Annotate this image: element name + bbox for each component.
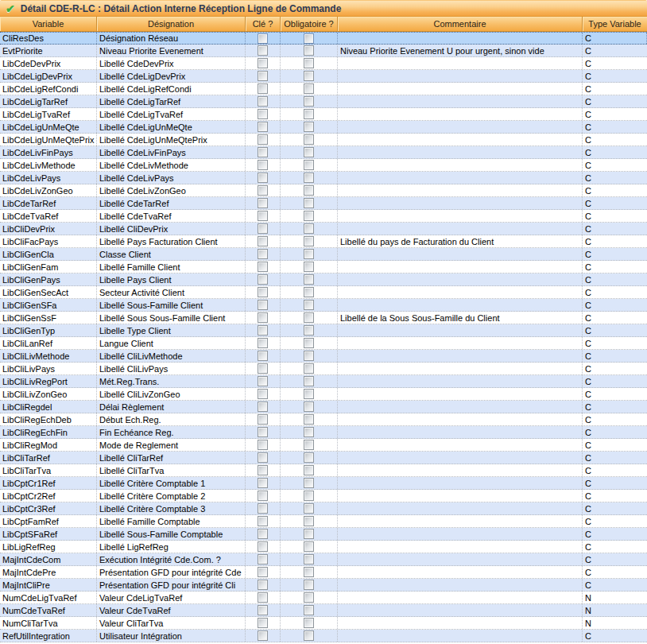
cle-checkbox[interactable]	[258, 351, 268, 361]
table-row[interactable]: LibCliTarTvaLibellé CliTarTvaC	[0, 464, 647, 477]
cle-checkbox[interactable]	[258, 300, 268, 310]
obligatoire-checkbox[interactable]	[304, 71, 314, 81]
obligatoire-checkbox[interactable]	[304, 414, 314, 425]
obligatoire-checkbox[interactable]	[304, 465, 314, 475]
obligatoire-checkbox[interactable]	[304, 427, 314, 437]
table-row[interactable]: RefUtilIntegrationUtilisateur Intégratio…	[0, 630, 647, 642]
obligatoire-checkbox[interactable]	[304, 211, 314, 221]
column-header-cle[interactable]: Clé ?	[246, 17, 281, 31]
obligatoire-checkbox[interactable]	[304, 160, 314, 170]
table-row[interactable]: LibCdeLivPaysLibellé CdeLivPaysC	[0, 172, 647, 184]
cle-checkbox[interactable]	[258, 516, 268, 526]
cle-checkbox[interactable]	[258, 529, 268, 539]
obligatoire-checkbox[interactable]	[304, 312, 314, 323]
cle-checkbox[interactable]	[258, 592, 268, 603]
obligatoire-checkbox[interactable]	[304, 287, 314, 297]
obligatoire-checkbox[interactable]	[304, 554, 314, 564]
cle-checkbox[interactable]	[258, 452, 268, 463]
cle-checkbox[interactable]	[258, 223, 268, 234]
cle-checkbox[interactable]	[258, 33, 268, 44]
obligatoire-checkbox[interactable]	[304, 580, 314, 590]
cle-checkbox[interactable]	[258, 376, 268, 386]
column-header-obligatoire[interactable]: Obligatoire ?	[281, 17, 338, 31]
table-row[interactable]: LibCdeLigRefCondiLibellé CdeLigRefCondiC	[0, 83, 647, 95]
table-row[interactable]: LibCdeDevPrixLibellé CdeDevPrixC	[0, 57, 647, 70]
obligatoire-checkbox[interactable]	[304, 109, 314, 119]
cle-checkbox[interactable]	[258, 160, 268, 170]
cle-checkbox[interactable]	[258, 389, 268, 399]
obligatoire-checkbox[interactable]	[304, 363, 314, 374]
cle-checkbox[interactable]	[258, 440, 268, 450]
obligatoire-checkbox[interactable]	[304, 541, 314, 552]
cle-checkbox[interactable]	[258, 630, 268, 641]
table-row[interactable]: NumCdeLigTvaRefValeur CdeLigTvaRefN	[0, 592, 647, 604]
cle-checkbox[interactable]	[258, 580, 268, 590]
cle-checkbox[interactable]	[258, 109, 268, 119]
obligatoire-checkbox[interactable]	[304, 452, 314, 463]
obligatoire-checkbox[interactable]	[304, 529, 314, 539]
table-row[interactable]: LibCliLanRefLangue ClientC	[0, 337, 647, 350]
obligatoire-checkbox[interactable]	[304, 33, 314, 44]
cle-checkbox[interactable]	[258, 325, 268, 336]
cle-checkbox[interactable]	[258, 338, 268, 348]
obligatoire-checkbox[interactable]	[304, 223, 314, 234]
cle-checkbox[interactable]	[258, 147, 268, 157]
table-row[interactable]: LibCliRegModMode de ReglementC	[0, 439, 647, 452]
obligatoire-checkbox[interactable]	[304, 185, 314, 196]
cle-checkbox[interactable]	[258, 71, 268, 81]
table-row[interactable]: LibCliGenTypLibelle Type ClientC	[0, 324, 647, 337]
obligatoire-checkbox[interactable]	[304, 351, 314, 361]
column-header-designation[interactable]: Désignation	[97, 17, 246, 31]
cle-checkbox[interactable]	[258, 211, 268, 221]
table-row[interactable]: LibCliRegEchFinFin Echéance Reg.C	[0, 426, 647, 439]
obligatoire-checkbox[interactable]	[304, 618, 314, 628]
table-row[interactable]: EvtPrioriteNiveau Priorite EvenementNive…	[0, 45, 647, 57]
cle-checkbox[interactable]	[258, 503, 268, 514]
table-row[interactable]: LibCdeTvaRefLibellé CdeTvaRefC	[0, 210, 647, 223]
column-header-commentaire[interactable]: Commentaire	[338, 17, 583, 31]
obligatoire-checkbox[interactable]	[304, 478, 314, 488]
cle-checkbox[interactable]	[258, 58, 268, 68]
cle-checkbox[interactable]	[258, 185, 268, 196]
cle-checkbox[interactable]	[258, 134, 268, 145]
cle-checkbox[interactable]	[258, 465, 268, 475]
table-row[interactable]: LibCliLivRegPortMét.Reg.Trans.C	[0, 375, 647, 388]
obligatoire-checkbox[interactable]	[304, 300, 314, 310]
table-row[interactable]: CliResDesDésignation RéseauC	[0, 32, 647, 45]
table-row[interactable]: LibCliLivMethodeLibellé CliLivMethodeC	[0, 350, 647, 363]
cle-checkbox[interactable]	[258, 541, 268, 552]
table-row[interactable]: LibCdeTarRefLibellé CdeTarRefC	[0, 197, 647, 210]
table-row[interactable]: LibCdeLivZonGeoLibellé CdeLivZonGeoC	[0, 184, 647, 197]
cle-checkbox[interactable]	[258, 45, 268, 56]
cle-checkbox[interactable]	[258, 618, 268, 628]
obligatoire-checkbox[interactable]	[304, 58, 314, 68]
cle-checkbox[interactable]	[258, 605, 268, 615]
cle-checkbox[interactable]	[258, 554, 268, 564]
cle-checkbox[interactable]	[258, 274, 268, 285]
table-row[interactable]: LibCptCr3RefLibellé Critère Comptable 3C	[0, 502, 647, 515]
column-header-type-variable[interactable]: Type Variable	[583, 17, 647, 31]
table-row[interactable]: LibCliGenSecActSecteur Activité ClientC	[0, 286, 647, 299]
table-row[interactable]: LibCdeLigTarRefLibellé CdeLigTarRefC	[0, 95, 647, 108]
cle-checkbox[interactable]	[258, 363, 268, 374]
table-row[interactable]: LibCliRegEchDebDébut Ech.Reg.C	[0, 413, 647, 426]
table-row[interactable]: LibCliGenClaClasse ClientC	[0, 248, 647, 261]
obligatoire-checkbox[interactable]	[304, 592, 314, 603]
table-row[interactable]: LibCliGenSFaLibellé Sous-Famille ClientC	[0, 299, 647, 312]
cle-checkbox[interactable]	[258, 478, 268, 488]
obligatoire-checkbox[interactable]	[304, 173, 314, 183]
cle-checkbox[interactable]	[258, 96, 268, 107]
obligatoire-checkbox[interactable]	[304, 605, 314, 615]
table-row[interactable]: LibCliFacPaysLibellé Pays Facturation Cl…	[0, 235, 647, 248]
table-row[interactable]: LibCdeLigUnMeQtePrixLibellé CdeLigUnMeQt…	[0, 134, 647, 146]
obligatoire-checkbox[interactable]	[304, 147, 314, 157]
obligatoire-checkbox[interactable]	[304, 45, 314, 56]
table-row[interactable]: LibCptCr2RefLibellé Critère Comptable 2C	[0, 490, 647, 502]
cle-checkbox[interactable]	[258, 287, 268, 297]
table-row[interactable]: LibCptFamRefLibellé Famille ComptableC	[0, 515, 647, 528]
obligatoire-checkbox[interactable]	[304, 198, 314, 208]
column-header-variable[interactable]: Variable	[0, 17, 97, 31]
obligatoire-checkbox[interactable]	[304, 338, 314, 348]
cle-checkbox[interactable]	[258, 402, 268, 412]
table-row[interactable]: LibCliDevPrixLibellé CliDevPrixC	[0, 223, 647, 235]
